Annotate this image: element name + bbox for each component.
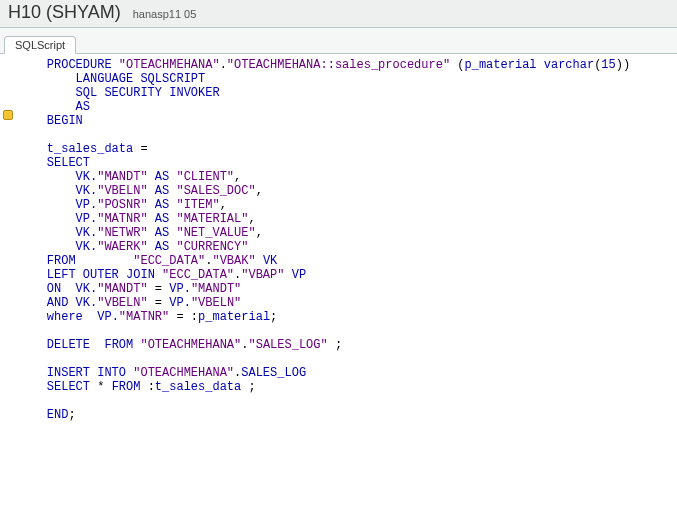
connection-title: H10 (SHYAM) xyxy=(8,2,121,23)
code-content[interactable]: PROCEDURE "OTEACHMEHANA"."OTEACHMEHANA::… xyxy=(18,54,630,508)
editor-tabs: SQLScript xyxy=(0,34,677,54)
code-editor[interactable]: PROCEDURE "OTEACHMEHANA"."OTEACHMEHANA::… xyxy=(0,54,677,508)
tab-sqlscript[interactable]: SQLScript xyxy=(4,36,76,54)
connection-subtitle: hanasp11 05 xyxy=(133,8,197,20)
tab-label: SQLScript xyxy=(15,39,65,51)
warning-icon xyxy=(3,110,13,120)
title-bar: H10 (SHYAM) hanasp11 05 xyxy=(0,0,677,28)
editor-gutter xyxy=(0,54,18,508)
